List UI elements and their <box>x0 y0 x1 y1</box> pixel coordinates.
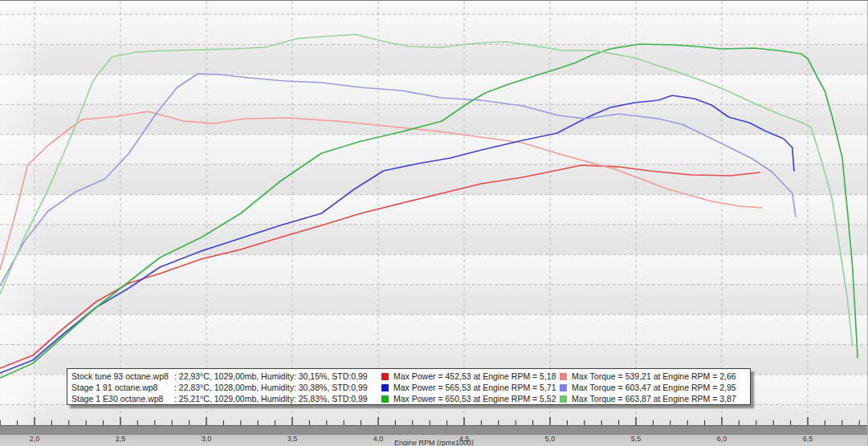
power-color-swatch <box>381 384 389 391</box>
series-line-stage-1-91-octane-power <box>0 95 794 373</box>
series-line-stock-tune-93-octane-power <box>0 165 760 368</box>
run-conditions: : 22,93°C, 1029,00mb, Humidity: 30,15%, … <box>174 371 381 381</box>
run-conditions: : 25,21°C, 1029,00mb, Humidity: 25,83%, … <box>174 394 381 403</box>
series-line-stock-tune-93-octane-torque <box>0 112 761 270</box>
legend-row-stage1-91[interactable]: Stage 1 91 octane.wp8 : 22,83°C, 1028,00… <box>71 382 746 393</box>
power-color-swatch <box>381 373 389 380</box>
torque-color-swatch <box>560 384 567 391</box>
max-torque-label: Max Torque = 539,21 at Engine RPM = 2,66 <box>572 371 736 381</box>
run-name: Stage 1 91 octane.wp8 <box>71 383 174 392</box>
run-name: Stage 1 E30 octane.wp8 <box>71 394 174 403</box>
x-axis-title: Engine RPM (rpmx1000) <box>0 440 868 446</box>
x-axis-bar <box>0 425 868 436</box>
legend-row-stage1-e30[interactable]: Stage 1 E30 octane.wp8 : 25,21°C, 1029,0… <box>71 393 746 404</box>
max-power-label: Max Power = 565,53 at Engine RPM = 5,71 <box>393 383 556 392</box>
torque-color-swatch <box>560 395 567 403</box>
power-color-swatch <box>381 395 389 403</box>
legend-row-stock[interactable]: Stock tune 93 octane.wp8 : 22,93°C, 1029… <box>71 371 746 382</box>
max-torque-label: Max Torque = 603,47 at Engine RPM = 2,95 <box>572 383 736 392</box>
torque-color-swatch <box>560 373 567 380</box>
run-name: Stock tune 93 octane.wp8 <box>71 371 174 381</box>
legend-box: Stock tune 93 octane.wp8 : 22,93°C, 1029… <box>67 368 751 405</box>
series-line-stage-1-e30-octane-torque <box>0 34 852 346</box>
dyno-chart-window: 2,02,53,03,54,04,55,05,56,06,5 Engine RP… <box>0 0 868 446</box>
series-line-stage-1-91-octane-torque <box>0 74 796 286</box>
series-line-stage-1-e30-octane-power <box>0 44 858 378</box>
max-power-label: Max Power = 650,53 at Engine RPM = 5,52 <box>393 394 556 403</box>
max-torque-label: Max Torque = 663,87 at Engine RPM = 3,87 <box>572 394 736 403</box>
run-conditions: : 22,83°C, 1028,00mb, Humidity: 30,38%, … <box>174 383 381 392</box>
max-power-label: Max Power = 452,53 at Engine RPM = 5,18 <box>393 371 556 381</box>
